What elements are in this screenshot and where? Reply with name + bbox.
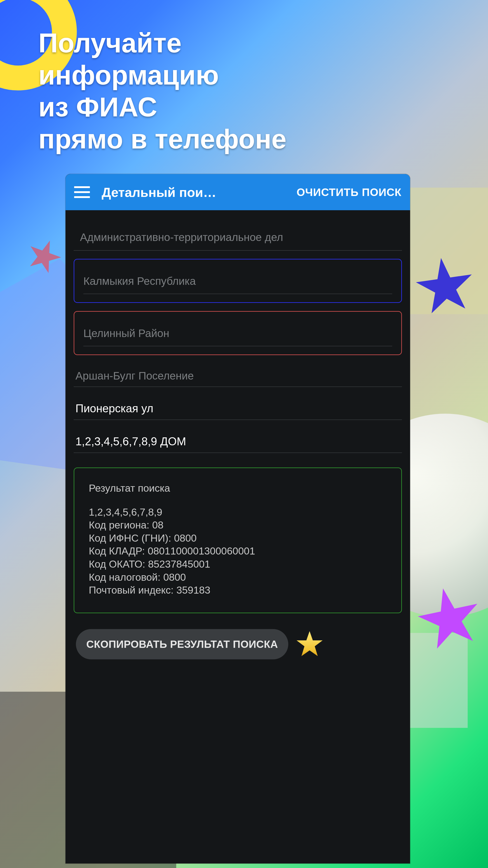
app-topbar: Детальный пои… ОЧИСТИТЬ ПОИСК [66, 174, 410, 210]
street-field[interactable]: Пионерская ул [74, 395, 402, 420]
result-ifns: Код ИФНС (ГНИ): 0800 [89, 532, 387, 545]
house-field[interactable]: 1,2,3,4,5,6,7,8,9 ДОМ [74, 428, 402, 453]
result-title: Результат поиска [89, 482, 387, 495]
settlement-field[interactable]: Аршан-Булг Поселение [74, 362, 402, 387]
screen-title: Детальный пои… [102, 185, 285, 200]
promo-background: Получайте информацию из ФИАС прямо в тел… [0, 0, 488, 868]
result-region-code: Код региона: 08 [89, 519, 387, 532]
region-field-value: Калмыкия Республика [84, 275, 392, 294]
admin-division-field[interactable]: Административно-территориальное дел [74, 219, 402, 251]
region-field-box[interactable]: Калмыкия Республика [74, 259, 402, 303]
result-tax: Код налоговой: 0800 [89, 571, 387, 584]
copy-result-button[interactable]: СКОПИРОВАТЬ РЕЗУЛЬТАТ ПОИСКА [76, 629, 288, 659]
district-field-value: Целинный Район [84, 327, 392, 346]
search-result-box: Результат поиска 1,2,3,4,5,6,7,8,9 Код р… [74, 467, 402, 613]
clear-search-button[interactable]: ОЧИСТИТЬ ПОИСК [297, 186, 401, 198]
phone-frame: Детальный пои… ОЧИСТИТЬ ПОИСК Администра… [66, 174, 410, 864]
search-form: Административно-территориальное дел Калм… [66, 210, 410, 673]
hero-headline: Получайте информацию из ФИАС прямо в тел… [38, 27, 450, 155]
favorite-star-icon[interactable] [296, 631, 323, 658]
result-houses: 1,2,3,4,5,6,7,8,9 [89, 506, 387, 519]
district-field-box[interactable]: Целинный Район [74, 311, 402, 355]
result-okato: Код ОКАТО: 85237845001 [89, 558, 387, 571]
menu-icon[interactable] [74, 186, 90, 198]
result-kladr: Код КЛАДР: 0801100001300060001 [89, 545, 387, 558]
result-postal: Почтовый индекс: 359183 [89, 584, 387, 597]
bottom-row: СКОПИРОВАТЬ РЕЗУЛЬТАТ ПОИСКА [74, 629, 402, 659]
